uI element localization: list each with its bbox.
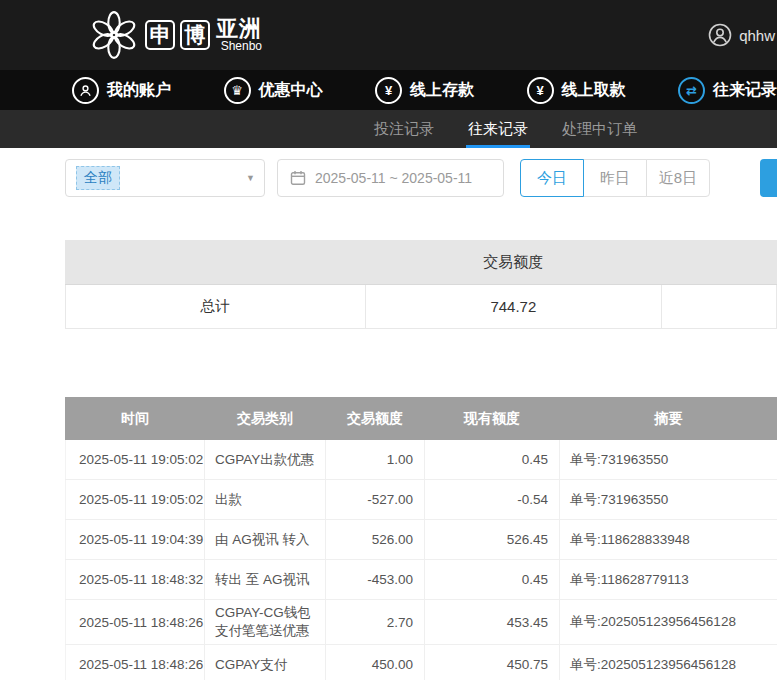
table-row: 2025-05-11 19:05:02出款-527.00-0.54单号:7319… [66, 480, 777, 520]
chevron-down-icon: ▼ [246, 173, 255, 183]
table-cell: 2.70 [326, 600, 425, 645]
table-cell: 单号:118628779113 [560, 560, 777, 600]
tab-betting-records[interactable]: 投注记录 [372, 110, 436, 148]
table-cell: CGPAY出款优惠 [205, 440, 326, 480]
table-cell: 1.00 [326, 440, 425, 480]
table-row: 2025-05-11 18:48:32转出 至 AG视讯-453.000.45单… [66, 560, 777, 600]
calendar-icon [290, 170, 306, 186]
records-column-header: 时间 [66, 398, 205, 440]
logo-char-2: 博 [180, 20, 210, 50]
brand-logo[interactable]: 申 博 亚洲 Shenbo [88, 9, 262, 61]
quick-range-yesterday-button[interactable]: 昨日 [583, 159, 647, 197]
quick-range-group: 今日 昨日 近8日 [520, 159, 710, 197]
table-cell: 2025-05-11 18:48:32 [66, 560, 205, 600]
table-row: 2025-05-11 19:05:02CGPAY出款优惠1.000.45单号:7… [66, 440, 777, 480]
logo-region-text: 亚洲 [216, 17, 262, 40]
deposit-coin-icon: ¥ [375, 77, 402, 104]
quick-range-last8days-button[interactable]: 近8日 [646, 159, 710, 197]
summary-total-value: 744.72 [365, 285, 662, 329]
records-table: 时间交易类别交易额度现有额度摘要 2025-05-11 19:05:02CGPA… [65, 397, 777, 680]
table-cell: -527.00 [326, 480, 425, 520]
table-cell: 单号:731963550 [560, 440, 777, 480]
logo-subtitle-text: Shenbo [221, 40, 262, 53]
quick-range-today-button[interactable]: 今日 [520, 159, 584, 197]
table-cell: CGPAY-CG钱包支付笔笔送优惠 [205, 600, 326, 645]
table-cell: 526.00 [326, 520, 425, 560]
table-cell: 单号:202505123956456128 [560, 600, 777, 645]
tab-transaction-records[interactable]: 往来记录 [466, 110, 530, 148]
top-header: 申 博 亚洲 Shenbo qhhw [0, 0, 777, 70]
user-avatar-icon [708, 23, 732, 47]
table-cell: 单号:202505123956456128 [560, 645, 777, 680]
table-cell: 450.75 [425, 645, 560, 680]
nav-item-label: 优惠中心 [259, 80, 323, 101]
table-cell: 0.45 [425, 560, 560, 600]
logo-region: 亚洲 Shenbo [216, 17, 262, 53]
table-cell: 2025-05-11 19:05:02 [66, 480, 205, 520]
nav-item-my-account[interactable]: 我的账户 [72, 77, 171, 104]
transfer-records-icon: ⇄ [678, 77, 705, 104]
table-cell: -453.00 [326, 560, 425, 600]
table-cell: 出款 [205, 480, 326, 520]
table-cell: 526.45 [425, 520, 560, 560]
records-column-header: 现有额度 [425, 398, 560, 440]
user-icon [72, 77, 99, 104]
table-cell: 0.45 [425, 440, 560, 480]
table-cell: 单号:118628833948 [560, 520, 777, 560]
date-range-input[interactable]: 2025-05-11 ~ 2025-05-11 [277, 159, 504, 197]
logo-char-1: 申 [145, 20, 175, 50]
nav-item-transaction-records[interactable]: ⇄ 往来记录 [678, 77, 777, 104]
nav-item-label: 线上取款 [562, 80, 626, 101]
table-row: 2025-05-11 19:04:39由 AG视讯 转入526.00526.45… [66, 520, 777, 560]
search-button[interactable] [760, 159, 777, 197]
main-nav: 我的账户 ♛ 优惠中心 ¥ 线上存款 ¥ 线上取款 ⇄ 往来记录 [0, 70, 777, 110]
table-cell: 2025-05-11 18:48:26 [66, 600, 205, 645]
records-column-header: 交易额度 [326, 398, 425, 440]
nav-item-label: 线上存款 [410, 80, 474, 101]
table-cell: 2025-05-11 19:04:39 [66, 520, 205, 560]
table-row: 2025-05-11 18:48:26CGPAY支付450.00450.75单号… [66, 645, 777, 680]
records-header-row: 时间交易类别交易额度现有额度摘要 [66, 398, 777, 440]
table-cell: -0.54 [425, 480, 560, 520]
summary-total-label: 总计 [66, 285, 366, 329]
table-cell: 2025-05-11 19:05:02 [66, 440, 205, 480]
withdraw-coin-icon: ¥ [527, 77, 554, 104]
summary-total-row: 总计 744.72 [66, 285, 777, 329]
table-cell: CGPAY支付 [205, 645, 326, 680]
type-select-dropdown[interactable]: 全部 ▼ [65, 159, 265, 197]
crown-icon: ♛ [224, 77, 251, 104]
table-cell: 转出 至 AG视讯 [205, 560, 326, 600]
nav-item-withdraw[interactable]: ¥ 线上取款 [527, 77, 626, 104]
table-cell: 450.00 [326, 645, 425, 680]
flower-logo-icon [88, 9, 140, 61]
date-range-value: 2025-05-11 ~ 2025-05-11 [315, 170, 472, 186]
summary-table: 交易额度 总计 744.72 [65, 240, 777, 329]
record-tabs: 投注记录 往来记录 处理中订单 [0, 110, 777, 148]
summary-empty-cell [662, 285, 777, 329]
summary-header-empty [66, 241, 366, 285]
type-select-value: 全部 [76, 166, 120, 190]
summary-header-amount: 交易额度 [365, 241, 662, 285]
table-cell: 单号:731963550 [560, 480, 777, 520]
nav-item-promotions[interactable]: ♛ 优惠中心 [224, 77, 323, 104]
summary-header-row: 交易额度 [66, 241, 777, 285]
records-column-header: 交易类别 [205, 398, 326, 440]
nav-item-deposit[interactable]: ¥ 线上存款 [375, 77, 474, 104]
tab-processing-orders[interactable]: 处理中订单 [560, 110, 639, 148]
table-cell: 453.45 [425, 600, 560, 645]
filter-bar: 全部 ▼ 2025-05-11 ~ 2025-05-11 今日 昨日 近8日 [0, 148, 777, 208]
username: qhhw [739, 27, 775, 44]
table-cell: 由 AG视讯 转入 [205, 520, 326, 560]
table-row: 2025-05-11 18:48:26CGPAY-CG钱包支付笔笔送优惠2.70… [66, 600, 777, 645]
user-account[interactable]: qhhw [708, 0, 775, 70]
records-column-header: 摘要 [560, 398, 777, 440]
nav-item-label: 往来记录 [713, 80, 777, 101]
nav-item-label: 我的账户 [107, 80, 171, 101]
summary-header-empty [662, 241, 777, 285]
table-cell: 2025-05-11 18:48:26 [66, 645, 205, 680]
